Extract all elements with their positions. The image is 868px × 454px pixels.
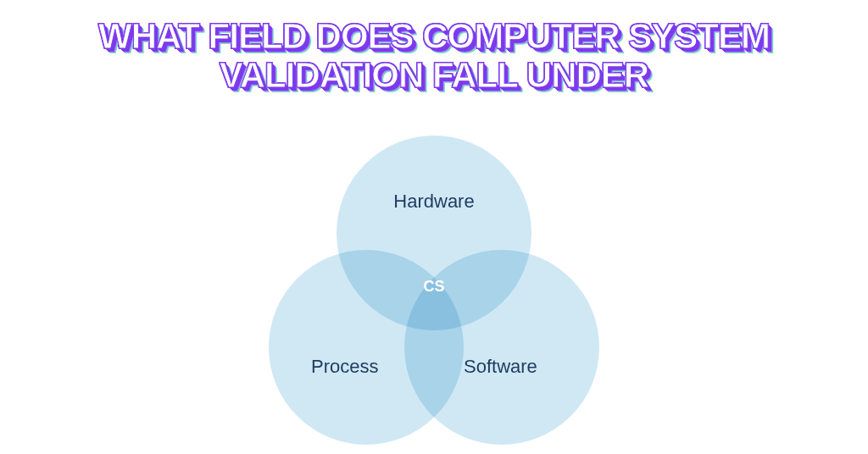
venn-label-center: CS — [423, 278, 444, 296]
venn-diagram: Hardware Process Software CS — [222, 136, 646, 454]
venn-label-hardware: Hardware — [393, 191, 474, 213]
page-title: WHAT FIELD DOES COMPUTER SYSTEM VALIDATI… — [0, 17, 868, 95]
venn-label-software: Software — [464, 356, 537, 378]
page-title-container: WHAT FIELD DOES COMPUTER SYSTEM VALIDATI… — [0, 0, 868, 95]
venn-label-process: Process — [311, 356, 378, 378]
